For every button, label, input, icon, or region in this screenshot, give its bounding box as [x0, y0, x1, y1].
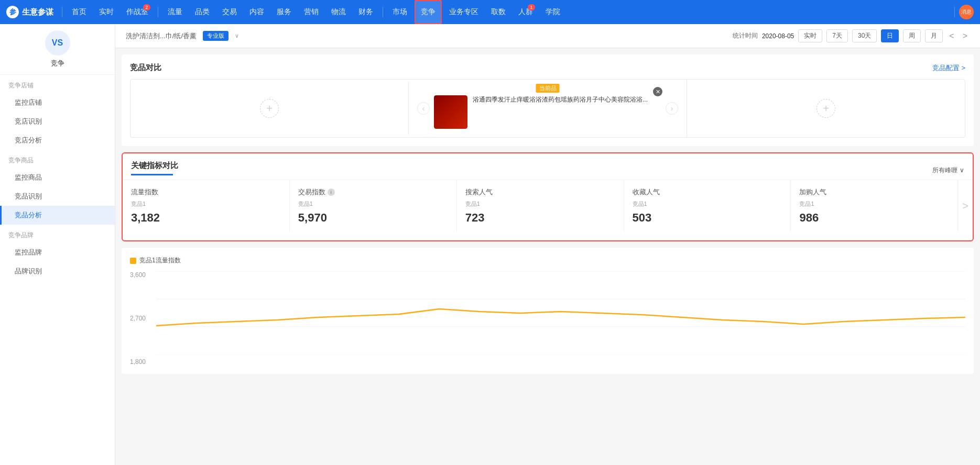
chart-svg — [156, 271, 965, 355]
kpi-metric-cart: 加购人气 竞品1 986 — [791, 180, 958, 232]
kpi-section: 关键指标对比 所有峰喱 ∨ 流量指数 竞品1 3,182 — [122, 152, 974, 241]
sidebar-logo-area: VS 竞争 — [0, 24, 115, 75]
product-image-inner — [434, 95, 467, 129]
product-nav-left[interactable]: ‹ — [417, 102, 430, 115]
product-slot-1: + — [130, 82, 409, 135]
nav-item-crowd[interactable]: 人群 1 — [513, 0, 538, 24]
time-btn-day[interactable]: 日 — [881, 29, 899, 42]
app-name: 生意参谋 — [22, 7, 53, 17]
kpi-filter[interactable]: 所有峰喱 ∨ — [932, 166, 964, 175]
sidebar: VS 竞争 竞争店铺 监控店铺 竞店识别 竞店分析 竞争商品 监控商品 竞品识别… — [0, 24, 115, 465]
product-tag: 当前品 — [536, 84, 560, 93]
compare-title: 竞品对比 — [130, 63, 161, 73]
kpi-title-underline — [131, 174, 173, 175]
nav-item-academy[interactable]: 学院 — [540, 0, 565, 24]
sidebar-section-title-brand: 竞争品牌 — [0, 225, 115, 243]
sidebar-item-compete-product-analysis[interactable]: 竞品分析 — [0, 206, 115, 225]
nav-item-content[interactable]: 内容 — [244, 0, 269, 24]
kpi-next-arrow[interactable]: > — [958, 180, 973, 232]
kpi-metric-search-name: 搜索人气 — [465, 187, 615, 197]
kpi-metric-trade-name: 交易指数 i — [298, 187, 448, 197]
kpi-metric-search-value: 723 — [465, 211, 615, 225]
time-next[interactable]: > — [961, 31, 970, 41]
chart-area: 3,600 2,700 1,800 — [130, 271, 965, 366]
time-btn-7days[interactable]: 7天 — [826, 29, 848, 42]
product-name: 浴通四季发汗止痒暖浴浴渣药包瑶族药浴月子中心美容院浴浴... — [473, 95, 661, 104]
nav-item-realtime[interactable]: 实时 — [94, 0, 119, 24]
chart-legend: 竞品1流量指数 — [130, 256, 965, 265]
info-icon: i — [328, 189, 335, 196]
time-label: 统计时间 — [733, 31, 758, 40]
app-logo[interactable]: 参 生意参谋 — [6, 6, 53, 18]
time-btn-30days[interactable]: 30天 — [852, 29, 877, 42]
legend-dot — [130, 258, 136, 264]
sidebar-item-monitor-brand[interactable]: 监控品牌 — [0, 243, 115, 262]
sidebar-section-name: 竞争 — [51, 59, 64, 68]
y-label-mid: 2,700 — [130, 315, 152, 322]
time-btn-month[interactable]: 月 — [925, 29, 943, 42]
sidebar-item-monitor-shop[interactable]: 监控店铺 — [0, 93, 115, 112]
nav-item-service[interactable]: 服务 — [271, 0, 297, 24]
main-content: 洗护清洁剂...巾/纸/香薰 专业版 ∨ 统计时间 2020-08-05 实时 … — [115, 24, 980, 465]
kpi-metric-trade: 交易指数 i 竞品1 5,970 — [290, 180, 457, 232]
kpi-metric-collect-sub: 竞品1 — [633, 200, 782, 208]
product-slot-2: ‹ 当前品 浴通四季发汗止痒暖浴浴渣药包瑶族药浴月子中心美容院浴浴... ✕ › — [409, 80, 687, 137]
kpi-metric-collect-name: 收藏人气 — [633, 187, 782, 197]
sidebar-item-brand-id[interactable]: 品牌识别 — [0, 262, 115, 281]
nav-item-warroom[interactable]: 作战室 2 — [121, 0, 154, 24]
kpi-title: 关键指标对比 — [131, 161, 178, 171]
nav-item-logistics[interactable]: 物流 — [326, 0, 351, 24]
nav-item-bizzone[interactable]: 业务专区 — [444, 0, 484, 24]
nav-item-getdata[interactable]: 取数 — [486, 0, 511, 24]
kpi-metric-flow-value: 3,182 — [131, 211, 281, 225]
kpi-filter-chevron: ∨ — [960, 167, 964, 174]
kpi-metric-search-sub: 竞品1 — [465, 200, 615, 208]
nav-divider-2 — [158, 7, 158, 17]
product-card: 当前品 浴通四季发汗止痒暖浴浴渣药包瑶族药浴月子中心美容院浴浴... ✕ — [434, 88, 661, 129]
time-btn-week[interactable]: 周 — [903, 29, 921, 42]
warroom-badge: 2 — [143, 4, 150, 10]
nav-item-flow[interactable]: 流量 — [162, 0, 188, 24]
product-image — [434, 95, 467, 129]
nav-item-category[interactable]: 品类 — [190, 0, 215, 24]
dropdown-icon[interactable]: ∨ — [235, 32, 239, 39]
kpi-metric-flow-name: 流量指数 — [131, 187, 281, 197]
kpi-header: 关键指标对比 所有峰喱 ∨ — [123, 153, 973, 180]
nav-item-compete[interactable]: 竞争 — [415, 0, 442, 24]
sidebar-section-title-shop: 竞争店铺 — [0, 75, 115, 93]
kpi-metric-collect: 收藏人气 竞品1 503 — [624, 180, 791, 232]
product-nav-right[interactable]: › — [666, 102, 678, 115]
kpi-metric-trade-value: 5,970 — [298, 211, 448, 225]
y-label-top: 3,600 — [130, 271, 152, 279]
time-btn-realtime[interactable]: 实时 — [798, 29, 822, 42]
crowd-badge: 1 — [528, 4, 535, 10]
nav-item-trade[interactable]: 交易 — [217, 0, 242, 24]
product-slot-3: + — [687, 82, 965, 135]
nav-divider-4 — [954, 7, 955, 17]
nav-item-finance[interactable]: 财务 — [353, 0, 378, 24]
sub-header: 洗护清洁剂...巾/纸/香薰 专业版 ∨ 统计时间 2020-08-05 实时 … — [115, 24, 980, 48]
kpi-filter-label: 所有峰喱 — [932, 166, 957, 175]
time-prev[interactable]: < — [947, 31, 956, 41]
kpi-metric-cart-sub: 竞品1 — [799, 200, 949, 208]
sidebar-item-compete-product-id[interactable]: 竞品识别 — [0, 187, 115, 206]
nav-item-marketing[interactable]: 营销 — [299, 0, 324, 24]
sidebar-item-compete-shop-id[interactable]: 竞店识别 — [0, 112, 115, 131]
add-product-btn-1[interactable]: + — [260, 99, 279, 118]
sidebar-item-compete-shop-analysis[interactable]: 竞店分析 — [0, 131, 115, 150]
nav-item-home[interactable]: 首页 — [67, 0, 92, 24]
user-avatar[interactable]: 消息 — [959, 5, 974, 19]
legend-label: 竞品1流量指数 — [139, 256, 181, 265]
main-layout: VS 竞争 竞争店铺 监控店铺 竞店识别 竞店分析 竞争商品 监控商品 竞品识别… — [0, 24, 980, 465]
kpi-metric-flow-sub: 竞品1 — [131, 200, 281, 208]
chart-canvas — [156, 271, 965, 355]
breadcrumb: 洗护清洁剂...巾/纸/香薰 — [126, 31, 197, 41]
kpi-metric-cart-name: 加购人气 — [799, 187, 949, 197]
logo-icon: 参 — [6, 6, 19, 18]
compare-config-link[interactable]: 竞品配置 > — [932, 63, 965, 73]
sidebar-item-monitor-product[interactable]: 监控商品 — [0, 168, 115, 187]
add-product-btn-2[interactable]: + — [816, 99, 835, 118]
product-close-btn[interactable]: ✕ — [653, 87, 662, 96]
version-badge: 专业版 — [203, 31, 228, 41]
nav-item-market[interactable]: 市场 — [387, 0, 412, 24]
